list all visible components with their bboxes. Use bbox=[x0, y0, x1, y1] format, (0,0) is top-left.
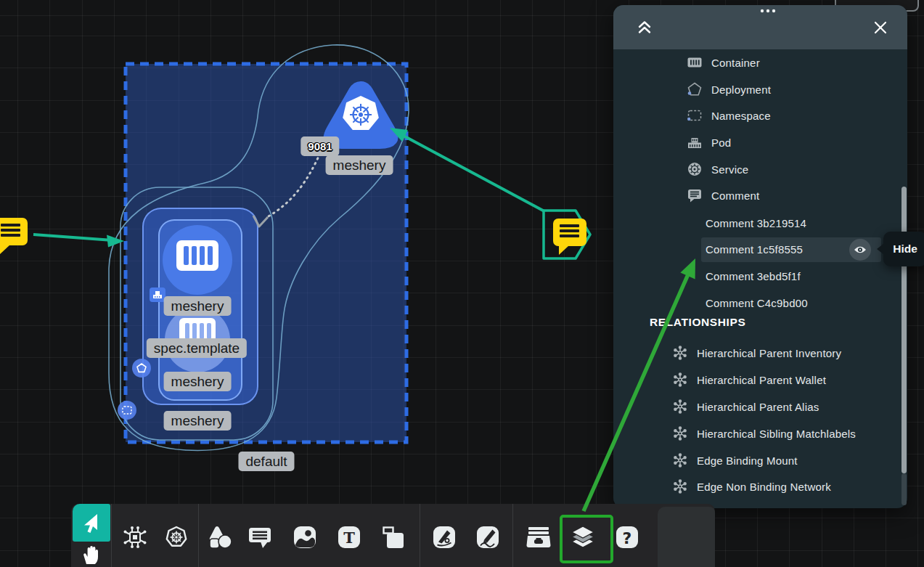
relationship-icon bbox=[671, 346, 689, 360]
component-row-pod[interactable]: Pod (1) bbox=[613, 130, 924, 155]
meshery-chat-section bbox=[658, 507, 715, 567]
help-tool-button[interactable]: ? bbox=[609, 519, 645, 555]
pod-label: meshery bbox=[164, 372, 232, 391]
comment-lines-icon bbox=[560, 234, 579, 237]
relationship-label: Hierarchical Parent Inventory bbox=[697, 347, 841, 359]
relationship-icon bbox=[671, 453, 689, 468]
component-label: Deployment bbox=[711, 83, 771, 96]
relationship-row[interactable]: Hierarchical Sibling Matchlabels (1) bbox=[613, 421, 924, 446]
comment-item-label: Comment 3ebd5f1f bbox=[706, 270, 801, 282]
frame-icon bbox=[381, 525, 406, 550]
comment-icon bbox=[686, 189, 703, 203]
elements-panel: Container (2) Deployment (1) Namespace (… bbox=[613, 5, 907, 508]
kubernetes-icon bbox=[164, 525, 189, 550]
comment-node-selected[interactable] bbox=[553, 219, 586, 246]
relationship-row[interactable]: Edge Non Binding Network (1) bbox=[613, 474, 924, 499]
drawer-tool-button[interactable] bbox=[520, 519, 557, 555]
comment-item-row[interactable]: Comment C4c9bd00 bbox=[613, 290, 924, 315]
component-label: Comment bbox=[711, 189, 759, 202]
component-row-deployment[interactable]: Deployment (1) bbox=[613, 77, 924, 102]
close-panel-icon[interactable] bbox=[874, 21, 887, 34]
component-label: Container bbox=[711, 57, 760, 69]
toolbar-divider bbox=[512, 504, 513, 567]
comment-item-label: Comment 1c5f8555 bbox=[706, 243, 803, 256]
relationship-label: Edge Binding Mount bbox=[697, 454, 798, 467]
pod-icon bbox=[152, 290, 163, 299]
panel-scrollbar-track[interactable] bbox=[901, 473, 907, 505]
relationships-section-header: RELATIONSHIPS bbox=[650, 316, 745, 329]
service-port-label: 9081 bbox=[300, 136, 339, 156]
kubernetes-tool-button[interactable] bbox=[158, 519, 195, 555]
service-label: meshery bbox=[326, 155, 393, 175]
container-node[interactable] bbox=[163, 225, 232, 295]
panel-header bbox=[613, 5, 907, 49]
relationship-row[interactable]: Edge Binding Mount (0) bbox=[613, 448, 924, 473]
container-label: meshery bbox=[164, 296, 232, 316]
relationship-row[interactable]: Hierarchical Parent Alias (3) bbox=[613, 394, 924, 419]
pen-tool-button[interactable] bbox=[426, 519, 462, 555]
drawer-icon bbox=[526, 526, 552, 549]
more-options-icon[interactable] bbox=[759, 8, 777, 14]
toggle-visibility-button[interactable] bbox=[849, 239, 871, 261]
namespace-icon bbox=[122, 406, 132, 415]
comment-node[interactable] bbox=[0, 218, 28, 245]
cursor-icon bbox=[80, 511, 103, 534]
pen-icon bbox=[432, 525, 457, 550]
text-tool-button[interactable]: T bbox=[331, 519, 367, 555]
comment-edge-left bbox=[33, 234, 113, 240]
container-icon bbox=[176, 240, 219, 272]
container-icon bbox=[686, 57, 703, 68]
namespace-badge bbox=[118, 401, 136, 420]
component-row-comment[interactable]: Comment (4) bbox=[613, 183, 924, 208]
comment-item-label: Comment 3b219514 bbox=[706, 217, 806, 229]
comment-lines-icon bbox=[1, 224, 20, 227]
panel-scrollbar-thumb[interactable] bbox=[901, 187, 907, 473]
image-icon bbox=[293, 525, 317, 550]
component-graph-icon bbox=[122, 524, 148, 550]
relationship-label: Hierarchical Parent Alias bbox=[697, 401, 819, 413]
pan-tool-button[interactable] bbox=[73, 542, 110, 567]
relationship-label: Hierarchical Parent Wallet bbox=[697, 374, 826, 386]
relationship-row[interactable]: Hierarchical Parent Inventory (9) bbox=[613, 340, 924, 365]
component-label: Service bbox=[711, 163, 748, 176]
image-tool-button[interactable] bbox=[287, 519, 323, 555]
comment-lines-icon bbox=[560, 224, 579, 227]
layers-tool-highlight-box bbox=[560, 515, 613, 563]
spec-template-label: spec.template bbox=[147, 338, 247, 358]
relationship-icon bbox=[671, 479, 689, 494]
default-namespace-label: default bbox=[238, 452, 294, 471]
component-label: Pod bbox=[711, 136, 731, 149]
hand-icon bbox=[81, 542, 102, 565]
component-label: Namespace bbox=[711, 110, 771, 122]
relationship-icon bbox=[671, 372, 689, 387]
select-tool-button[interactable] bbox=[73, 504, 110, 542]
dotted-edge bbox=[267, 148, 322, 217]
comment-tool-button[interactable] bbox=[242, 519, 278, 555]
tooltip-arrow bbox=[877, 244, 883, 254]
component-graph-tool-button[interactable] bbox=[117, 519, 153, 555]
svg-text:?: ? bbox=[623, 529, 632, 547]
component-row-container[interactable]: Container (2) bbox=[613, 50, 924, 75]
pencil-tool-button[interactable] bbox=[470, 519, 506, 555]
eye-icon bbox=[854, 245, 867, 255]
meshery-design-canvas: 9081 meshery meshery spec.template meshe… bbox=[0, 0, 924, 567]
shapes-icon bbox=[207, 525, 233, 550]
toolbar-divider bbox=[111, 504, 112, 567]
comment-item-row[interactable]: Comment 3b219514 bbox=[613, 211, 924, 235]
relationship-row[interactable]: Hierarchical Parent Wallet (0) bbox=[613, 367, 924, 392]
relationship-icon bbox=[671, 426, 689, 441]
namespace-label: meshery bbox=[164, 411, 232, 431]
component-row-service[interactable]: Service (1) bbox=[613, 157, 924, 181]
relationship-icon bbox=[671, 399, 689, 414]
toolbar-divider bbox=[420, 504, 420, 567]
relationship-label: Edge Non Binding Network bbox=[697, 481, 831, 493]
comment-item-row[interactable]: Comment 3ebd5f1f bbox=[613, 264, 924, 288]
frame-tool-button[interactable] bbox=[375, 519, 412, 555]
text-icon: T bbox=[337, 525, 361, 550]
component-row-namespace[interactable]: Namespace (1) bbox=[613, 103, 924, 128]
namespace-icon bbox=[686, 110, 703, 121]
collapse-panel-icon[interactable] bbox=[637, 20, 652, 33]
comment-lines-icon bbox=[1, 234, 20, 237]
comment-edge-right bbox=[404, 136, 544, 211]
shapes-tool-button[interactable] bbox=[202, 519, 238, 555]
